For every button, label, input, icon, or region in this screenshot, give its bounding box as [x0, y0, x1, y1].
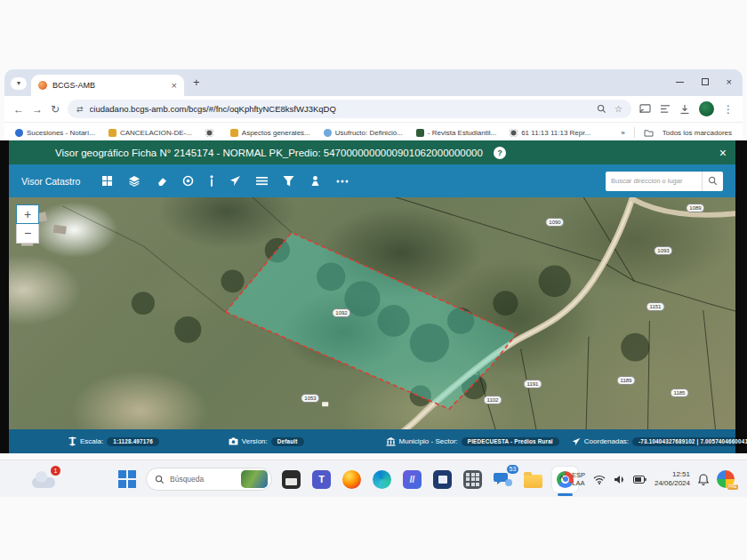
address-bar[interactable]: ⇄ ciudadano.bcgs-amb.com/bcgs/#/fnc/oqKp… — [68, 100, 631, 118]
windows-taskbar: 1 T // 53 — [0, 460, 747, 497]
system-tray: ^ ESP LAA 12:51 24/06/2024 — [559, 460, 735, 498]
viewer-brand: Visor Catastro — [21, 176, 80, 187]
side-panel-icon[interactable] — [660, 104, 671, 114]
geo-viewer: Visor geográfico Ficha N° 2145174 - NORM… — [9, 140, 735, 453]
all-bookmarks-label[interactable]: Todos los marcadores — [663, 129, 732, 137]
forward-icon[interactable]: → — [32, 103, 43, 116]
search-icon[interactable] — [702, 172, 723, 191]
streetview-icon[interactable] — [309, 175, 321, 187]
tab-bcgs-amb[interactable]: BCGS-AMB × — [31, 75, 184, 96]
file-explorer-button[interactable] — [522, 468, 544, 491]
info-icon[interactable] — [209, 175, 214, 187]
firefox-button[interactable] — [341, 468, 363, 491]
chat-button[interactable]: 53 — [492, 468, 514, 491]
bookmark-item[interactable]: Aspectos generales... — [230, 129, 310, 137]
toolbar-right: ⋮ — [639, 101, 734, 116]
parcel-label: 1189 — [617, 376, 636, 385]
site-info-icon[interactable]: ⇄ — [76, 105, 84, 114]
task-view-button[interactable] — [280, 468, 302, 491]
taskbar-search-input[interactable] — [170, 475, 236, 484]
teams-button[interactable]: T — [310, 468, 333, 491]
maximize-button[interactable] — [702, 78, 709, 85]
bookmarks-overflow-icon[interactable]: » — [621, 129, 624, 137]
zoom-search-icon[interactable] — [597, 104, 606, 114]
teams-icon: T — [312, 470, 331, 489]
cast-icon[interactable] — [639, 104, 651, 114]
taskbar-search[interactable] — [146, 468, 272, 491]
bookmark-star-icon[interactable]: ☆ — [614, 104, 622, 114]
layers-icon[interactable] — [128, 175, 141, 187]
reload-icon[interactable]: ↻ — [51, 103, 60, 116]
tab-close-icon[interactable]: × — [172, 80, 177, 91]
tab-search-button[interactable]: ▾ — [11, 77, 27, 90]
viewer-close-icon[interactable]: × — [719, 146, 727, 160]
copilot-icon[interactable] — [717, 470, 735, 488]
bookmark-favicon — [15, 129, 23, 137]
webpage-letterbox: Visor geográfico Ficha N° 2145174 - NORM… — [0, 140, 747, 453]
bookmark-item[interactable]: - Revista Estudiantil... — [416, 129, 496, 137]
wifi-icon[interactable] — [593, 475, 606, 484]
bookmark-item[interactable]: 61 11:13 11:13 Repr... — [510, 129, 590, 137]
bookmark-item[interactable]: Sucesiones - Notarí... — [15, 129, 95, 137]
locate-arrow-icon[interactable] — [229, 175, 241, 187]
legend-menu-icon[interactable] — [256, 176, 268, 186]
clock[interactable]: 12:51 24/06/2024 — [655, 470, 690, 488]
windows-logo-icon — [118, 470, 136, 488]
calculator-button[interactable] — [462, 468, 484, 491]
search-highlight-image — [241, 470, 268, 488]
calculator-icon — [463, 470, 482, 489]
zoom-in-button[interactable]: + — [16, 204, 39, 224]
screenshot-root: ▾ BCGS-AMB × + × ← → ↻ ⇄ ciudadano.bcgs-… — [0, 0, 747, 560]
help-icon[interactable]: ? — [494, 147, 506, 159]
app-m-button[interactable]: // — [401, 468, 423, 491]
minimize-button[interactable] — [676, 82, 684, 83]
eraser-draw-icon[interactable] — [156, 175, 167, 187]
tray-chevron-icon[interactable]: ^ — [559, 475, 564, 484]
basemap-grid-icon[interactable] — [101, 175, 113, 187]
map-overlay — [9, 197, 735, 429]
bookmark-item[interactable]: CANCELACION-DE-... — [108, 129, 192, 137]
site-favicon — [38, 81, 47, 90]
map-search-box[interactable] — [606, 172, 723, 191]
back-icon[interactable]: ← — [13, 103, 24, 116]
municipio-label: Municipio - Sector: — [399, 437, 458, 445]
close-window-button[interactable]: × — [727, 76, 732, 87]
parcel-label: 1089 — [686, 204, 704, 212]
chevron-down-icon: ▾ — [17, 79, 20, 87]
bookmark-item[interactable] — [205, 129, 217, 137]
map-status-bar: Escala: 1:1128.497176 Version: Default M… — [9, 429, 735, 453]
app-m-icon: // — [403, 470, 422, 489]
version-label: Version: — [242, 437, 268, 445]
map-search-input[interactable] — [606, 177, 702, 185]
map-zoom-controls: + − — [16, 204, 39, 244]
new-tab-button[interactable]: + — [193, 76, 200, 89]
map-canvas[interactable]: + − 1092 1090 1089 1093 1151 1053 1102 1… — [9, 197, 735, 429]
more-ellipsis-icon[interactable] — [336, 180, 349, 183]
coordinates-arrow-icon — [572, 437, 581, 446]
notification-bell-icon[interactable] — [698, 474, 709, 485]
store-button[interactable] — [431, 468, 454, 491]
language-indicator[interactable]: ESP LAA — [572, 471, 585, 487]
version-value: Default — [271, 437, 304, 446]
measure-circle-icon[interactable] — [182, 175, 194, 187]
parcel-label: 1185 — [671, 388, 689, 397]
filter-funnel-icon[interactable] — [283, 175, 294, 187]
edge-button[interactable] — [371, 468, 393, 491]
chat-badge: 53 — [507, 465, 518, 474]
viewer-header: Visor geográfico Ficha N° 2145174 - NORM… — [9, 140, 735, 164]
volume-icon[interactable] — [614, 475, 625, 484]
zoom-out-button[interactable]: − — [16, 224, 39, 244]
municipio-value: PIEDECUESTA - Predios Rural — [462, 437, 559, 446]
menu-kebab-icon[interactable]: ⋮ — [723, 103, 734, 116]
parcel-label: 1053 — [301, 394, 319, 403]
profile-avatar[interactable] — [699, 101, 714, 116]
scale-label: Escala: — [80, 437, 103, 445]
parcel-label: 1092 — [332, 308, 350, 317]
download-icon[interactable] — [679, 104, 690, 115]
bookmark-item[interactable]: Usufructo: Definició... — [324, 129, 403, 137]
camera-icon — [229, 437, 238, 445]
start-button[interactable] — [116, 468, 138, 491]
scale-value: 1:1128.497176 — [107, 437, 159, 446]
battery-icon[interactable] — [633, 476, 647, 484]
weather-widget[interactable]: 1 — [32, 468, 59, 490]
